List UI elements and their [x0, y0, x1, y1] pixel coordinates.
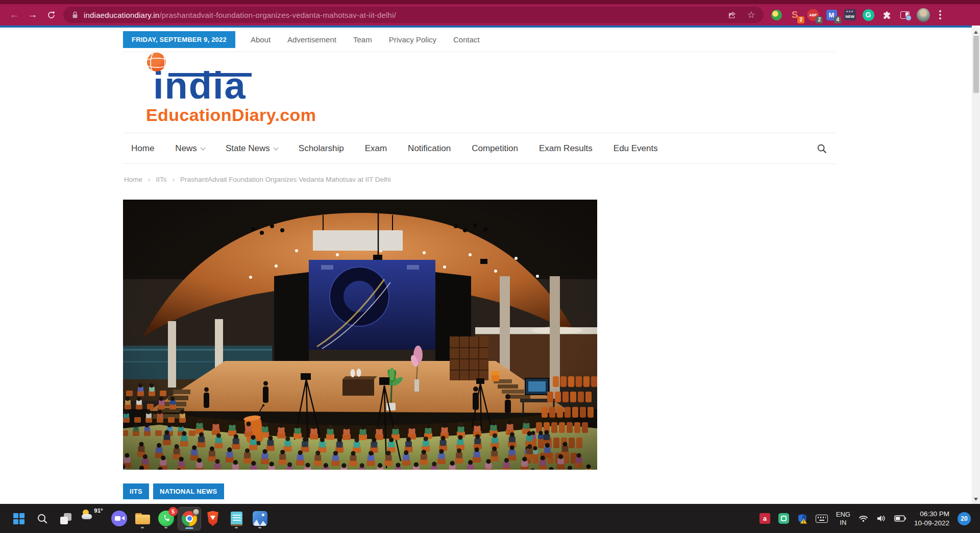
- reload-button[interactable]: [42, 6, 60, 23]
- tag-national-news[interactable]: NATIONAL NEWS: [153, 483, 224, 499]
- toplink-contact[interactable]: Contact: [453, 35, 480, 44]
- taskbar-search-button[interactable]: [31, 507, 54, 530]
- main-navigation: Home News State News Scholarship Exam No…: [123, 133, 835, 164]
- photos-button[interactable]: [249, 507, 271, 530]
- scrollbar-up-arrow[interactable]: [974, 31, 978, 34]
- whatsapp-button[interactable]: 5: [155, 507, 177, 530]
- web-page: FRIDAY, SEPTEMBER 9, 2022 About Advertis…: [0, 28, 980, 504]
- back-button[interactable]: ←: [5, 6, 23, 23]
- bookmark-star-icon[interactable]: ☆: [747, 9, 755, 20]
- nav-item-notification[interactable]: Notification: [408, 143, 451, 154]
- new-extension-icon[interactable]: NEW: [843, 8, 856, 21]
- extensions-puzzle-icon[interactable]: [880, 8, 893, 21]
- start-button[interactable]: [8, 507, 30, 530]
- file-explorer-button[interactable]: [131, 507, 154, 530]
- video-camera-icon: [111, 511, 127, 526]
- battery-icon[interactable]: [894, 515, 906, 522]
- notepad-button[interactable]: [225, 507, 248, 530]
- clock-time: 06:30 PM: [914, 510, 949, 519]
- toplink-privacy-policy[interactable]: Privacy Policy: [389, 35, 436, 44]
- adblock-badge: 2: [816, 16, 823, 23]
- extensions-row: S2 ABP 2 M 4 NEW G: [770, 8, 945, 21]
- system-tray: a ENG IN 06:30 PM: [760, 510, 973, 527]
- session-extension-icon[interactable]: S2: [788, 8, 801, 21]
- photos-icon: [253, 511, 267, 526]
- browser-toolbar: ← → indiaeducationdiary.in/prashantadvai…: [0, 4, 980, 26]
- scrollbar-thumb[interactable]: [973, 36, 979, 93]
- chrome-profile-overlay: [192, 508, 200, 516]
- url-domain: indiaeducationdiary.in: [84, 11, 159, 19]
- nav-item-competition[interactable]: Competition: [472, 143, 518, 154]
- video-app-button[interactable]: [108, 507, 130, 530]
- malwarebytes-extension-icon[interactable]: M 4: [825, 8, 838, 21]
- lock-icon: [71, 11, 79, 19]
- profile-avatar[interactable]: [917, 8, 930, 21]
- windows-logo-icon: [13, 513, 24, 524]
- chevron-down-icon: [273, 145, 278, 150]
- tag-iits[interactable]: IITS: [123, 483, 149, 499]
- capture-app-tray-icon[interactable]: [778, 513, 789, 524]
- address-bar[interactable]: indiaeducationdiary.in/prashantadvait-fo…: [63, 7, 764, 23]
- nav-item-exam-results[interactable]: Exam Results: [539, 143, 593, 154]
- url-text[interactable]: indiaeducationdiary.in/prashantadvait-fo…: [84, 11, 396, 19]
- article-tags: IITS NATIONAL NEWS: [123, 483, 835, 499]
- toplink-team[interactable]: Team: [353, 35, 372, 44]
- site-topbar: FRIDAY, SEPTEMBER 9, 2022 About Advertis…: [123, 28, 835, 52]
- taskbar-clock[interactable]: 06:30 PM 10-09-2022: [914, 510, 949, 527]
- windows-security-icon[interactable]: [797, 514, 807, 524]
- breadcrumb: Home IITs PrashantAdvait Foundation Orga…: [123, 164, 835, 200]
- chevron-down-icon: [200, 145, 205, 150]
- reload-icon: [47, 11, 56, 19]
- grammarly-extension-icon[interactable]: G: [862, 8, 875, 21]
- toplink-about[interactable]: About: [251, 35, 271, 44]
- scrollbar-down-arrow[interactable]: [974, 498, 978, 501]
- brave-icon: [206, 511, 220, 526]
- nav-item-exam[interactable]: Exam: [365, 143, 387, 154]
- side-panel-icon[interactable]: [898, 8, 912, 21]
- logo-domain: EducationDiary.com: [146, 105, 835, 125]
- amd-tray-icon[interactable]: a: [760, 513, 770, 524]
- article-hero-image: [123, 200, 597, 470]
- logo-word: india: [146, 60, 251, 104]
- breadcrumb-current: PrashantAdvait Foundation Organizes Veda…: [167, 176, 391, 183]
- url-path: /prashantadvait-foundation-organizes-ved…: [159, 11, 396, 19]
- toplink-advertisement[interactable]: Advertisement: [287, 35, 336, 44]
- weather-widget[interactable]: 91°: [78, 507, 107, 530]
- nav-item-scholarship[interactable]: Scholarship: [299, 143, 344, 154]
- idm-extension-icon[interactable]: [770, 8, 783, 21]
- language-indicator[interactable]: ENG IN: [836, 511, 850, 526]
- page-scrollbar[interactable]: [972, 28, 980, 504]
- browser-title-strip: [0, 0, 980, 4]
- task-view-button[interactable]: [55, 507, 77, 530]
- task-view-icon: [60, 513, 71, 524]
- folder-icon: [135, 513, 150, 524]
- breadcrumb-iits[interactable]: IITs: [142, 176, 167, 183]
- browser-menu-icon[interactable]: [935, 14, 945, 16]
- weather-temp: 91°: [94, 507, 103, 514]
- brave-button[interactable]: [202, 507, 224, 530]
- search-icon: [817, 143, 827, 154]
- session-badge: 2: [797, 16, 804, 23]
- wifi-icon[interactable]: [859, 515, 868, 522]
- adblock-plus-extension-icon[interactable]: ABP 2: [806, 8, 820, 21]
- chrome-button[interactable]: [178, 507, 201, 530]
- clock-date: 10-09-2022: [914, 519, 949, 528]
- share-icon[interactable]: [727, 10, 737, 19]
- notepad-icon: [231, 512, 242, 526]
- breadcrumb-home[interactable]: Home: [124, 176, 142, 183]
- date-badge: FRIDAY, SEPTEMBER 9, 2022: [123, 31, 235, 48]
- nav-item-news[interactable]: News: [175, 143, 205, 154]
- search-button[interactable]: [817, 143, 827, 154]
- volume-icon[interactable]: [876, 515, 886, 522]
- touch-keyboard-icon[interactable]: [816, 515, 828, 523]
- partly-sunny-icon: [82, 510, 93, 520]
- nav-item-edu-events[interactable]: Edu Events: [614, 143, 658, 154]
- nav-item-home[interactable]: Home: [131, 143, 154, 154]
- whatsapp-badge: 5: [168, 507, 178, 516]
- notification-count-badge[interactable]: 20: [958, 512, 971, 525]
- search-icon: [37, 513, 48, 524]
- nav-item-state-news[interactable]: State News: [226, 143, 278, 154]
- site-logo[interactable]: india EducationDiary.com: [123, 52, 835, 133]
- malwarebytes-badge: 4: [834, 16, 841, 23]
- forward-button[interactable]: →: [23, 6, 42, 23]
